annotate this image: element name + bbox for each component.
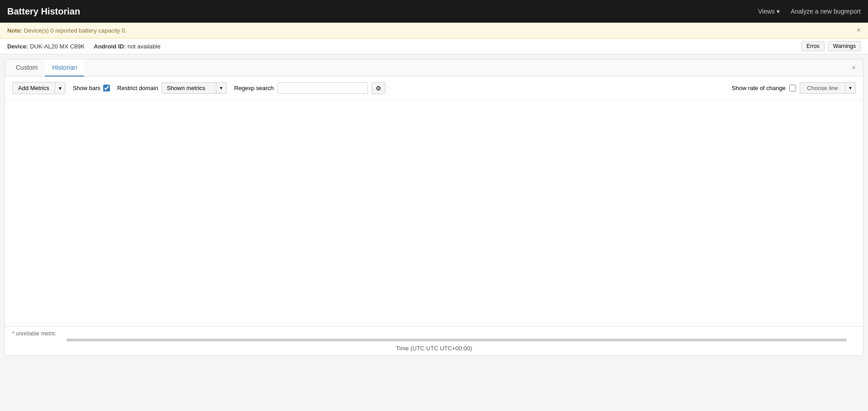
axis-area: * unreliable metric Time (UTC UTC UTC+00… [5,326,863,355]
views-dropdown[interactable]: Views ▾ [758,8,780,15]
choose-line-dropdown[interactable]: ▾ [845,82,856,94]
warning-banner: Note: Device(s) 0 reported battery capac… [0,23,868,38]
choose-line-arrow-icon: ▾ [849,85,852,91]
tabs-left: Custom Historian [9,59,84,76]
toolbar: Add Metrics ▾ Show bars Restrict domain … [5,76,863,100]
views-chevron-icon: ▾ [777,8,780,15]
regexp-search-label: Regexp search [234,85,273,91]
shown-metrics-select-group: Shown metrics ▾ [162,82,227,94]
navbar-links: Views ▾ Analyze a new bugreport [758,8,861,15]
errors-button[interactable]: Erros [801,41,825,51]
add-metrics-button[interactable]: Add Metrics [12,82,55,94]
tabs: Custom Historian × [5,59,863,76]
android-id-text: Android ID: not available [94,43,160,50]
note-text: Device(s) 0 reported battery capacity 0. [24,27,127,34]
add-metrics-arrow-icon: ▾ [59,85,62,91]
navbar: Battery Historian Views ▾ Analyze a new … [0,0,868,23]
analyze-link[interactable]: Analyze a new bugreport [791,8,861,15]
choose-line-button[interactable]: Choose line [800,82,845,94]
unreliable-note: * unreliable metric [12,330,856,337]
show-rate-label: Show rate of change [732,85,786,91]
shown-metrics-arrow-icon: ▾ [216,82,227,94]
device-label: Device: [7,43,28,50]
note-label: Note: [7,27,22,34]
android-id-value: not available [128,43,161,50]
gear-button[interactable]: ⚙ [372,82,386,94]
android-id-label: Android ID: [94,43,126,50]
device-bar-buttons: Erros Warnings [801,41,861,51]
restrict-domain-label: Restrict domain [117,85,158,91]
tab-close-button[interactable]: × [848,62,859,74]
device-bar: Device: DUK-AL20 MX C89K Android ID: not… [0,38,868,54]
tab-historian[interactable]: Historian [45,59,84,76]
tab-custom[interactable]: Custom [9,59,45,76]
restrict-domain-group: Restrict domain Shown metrics ▾ [117,82,227,94]
device-value: DUK-AL20 MX C89K [30,43,85,50]
shown-metrics-select[interactable]: Shown metrics [162,82,216,94]
close-warning-button[interactable]: × [857,26,861,34]
add-metrics-group: Add Metrics ▾ [12,82,66,94]
show-rate-checkbox[interactable] [789,85,796,91]
show-bars-text: Show bars [73,85,100,91]
axis-bar [67,339,847,341]
chart-area [5,100,863,326]
time-label: Time (UTC UTC UTC+00:00) [12,345,856,352]
regexp-search-group: Regexp search ⚙ [234,82,385,94]
choose-line-group: Choose line ▾ [800,82,856,94]
show-bars-checkbox[interactable] [103,85,110,91]
warnings-button[interactable]: Warnings [828,41,861,51]
add-metrics-dropdown[interactable]: ▾ [55,82,66,94]
warning-text: Note: Device(s) 0 reported battery capac… [7,27,127,34]
rate-of-change-group: Show rate of change Choose line ▾ [732,82,856,94]
show-bars-label: Show bars [73,85,110,91]
views-label: Views [758,8,775,15]
device-label-text: Device: DUK-AL20 MX C89K [7,43,85,50]
regexp-search-input[interactable] [277,82,368,94]
main-panel: Custom Historian × Add Metrics ▾ Show ba… [5,59,863,356]
app-title: Battery Historian [7,6,80,17]
device-info: Device: DUK-AL20 MX C89K Android ID: not… [7,43,161,50]
